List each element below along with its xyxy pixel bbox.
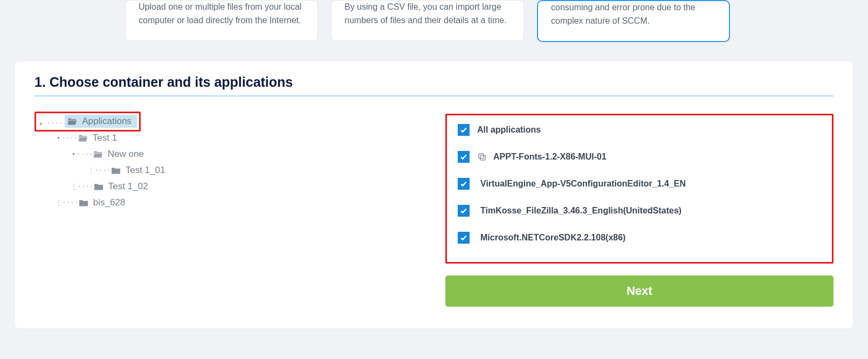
upload-card-text: Upload one or multiple files from your l…: [139, 2, 301, 25]
section-title: 1. Choose container and its applications: [35, 74, 833, 90]
csv-card: By using a CSV file, you can import larg…: [331, 0, 524, 41]
tree-toggle-icon[interactable]: ▾: [55, 135, 61, 141]
all-applications-label: All applications: [477, 125, 541, 135]
checkbox-checked-icon[interactable]: [458, 151, 470, 163]
choose-container-panel: 1. Choose container and its applications…: [15, 61, 853, 328]
tree-toggle-icon[interactable]: ▾: [37, 121, 44, 127]
application-label: VirtualEngine_App-V5ConfigurationEditor_…: [477, 179, 686, 189]
applications-highlight-box: All applications APPT-Fonts-1.2-X86-MUI-…: [445, 114, 833, 264]
csv-card-text: By using a CSV file, you can import larg…: [345, 2, 507, 25]
tree-node[interactable]: ⋮···· Test 1_01: [36, 162, 435, 178]
application-row[interactable]: Microsoft.NETCoreSDK2.2.108(x86): [458, 224, 821, 251]
folder-open-icon: [78, 134, 88, 142]
tree-node-label: Test 1_02: [108, 181, 148, 192]
checkbox-checked-icon[interactable]: [458, 232, 470, 244]
tree-toggle-icon[interactable]: ▾: [70, 151, 77, 157]
folder-icon: [78, 198, 89, 207]
copy-icon: [477, 152, 487, 162]
tree-node[interactable]: ▾ ···· Test 1: [36, 130, 435, 146]
folder-open-icon: [67, 117, 78, 126]
svg-rect-0: [480, 155, 485, 160]
application-label: APPT-Fonts-1.2-X86-MUI-01: [493, 152, 607, 162]
sccm-card[interactable]: consuming and error prone due to the com…: [537, 0, 730, 42]
intro-cards-row: Upload one or multiple files from your l…: [0, 0, 868, 61]
folder-icon: [93, 182, 104, 191]
section-divider: [35, 95, 833, 96]
checkbox-checked-icon[interactable]: [458, 178, 470, 190]
tree-root-highlight: ▾ ···· Applications: [35, 112, 141, 132]
folder-open-icon: [93, 150, 104, 158]
tree-node[interactable]: ▾ ···· New one: [36, 146, 435, 162]
tree-node-label: New one: [108, 149, 144, 160]
upload-card: Upload one or multiple files from your l…: [125, 0, 318, 41]
application-row[interactable]: VirtualEngine_App-V5ConfigurationEditor_…: [458, 170, 821, 197]
next-button[interactable]: Next: [445, 275, 833, 307]
folder-icon: [111, 166, 121, 175]
checkbox-checked-icon[interactable]: [458, 205, 470, 217]
svg-rect-1: [479, 154, 484, 158]
sccm-card-text: consuming and error prone due to the com…: [551, 3, 695, 25]
tree-root-label: Applications: [82, 116, 132, 127]
all-applications-row[interactable]: All applications: [458, 123, 821, 143]
tree-root-row[interactable]: ▾ ···· Applications: [36, 114, 435, 130]
checkbox-checked-icon[interactable]: [458, 124, 470, 136]
tree-node-label: Test 1: [93, 133, 117, 143]
tree-node[interactable]: ⋮···· bis_628: [36, 195, 435, 211]
tree-node[interactable]: ⋮···· Test 1_02: [36, 178, 435, 195]
tree-node-label: Test 1_01: [126, 165, 166, 176]
application-label: Microsoft.NETCoreSDK2.2.108(x86): [477, 233, 625, 243]
application-row[interactable]: TimKosse_FileZilla_3.46.3_English(United…: [458, 197, 821, 224]
application-label: TimKosse_FileZilla_3.46.3_English(United…: [477, 206, 681, 216]
folder-tree: ▾ ···· Applications ▾ ····: [35, 114, 435, 307]
application-row[interactable]: APPT-Fonts-1.2-X86-MUI-01: [458, 143, 821, 170]
tree-node-label: bis_628: [93, 197, 126, 208]
